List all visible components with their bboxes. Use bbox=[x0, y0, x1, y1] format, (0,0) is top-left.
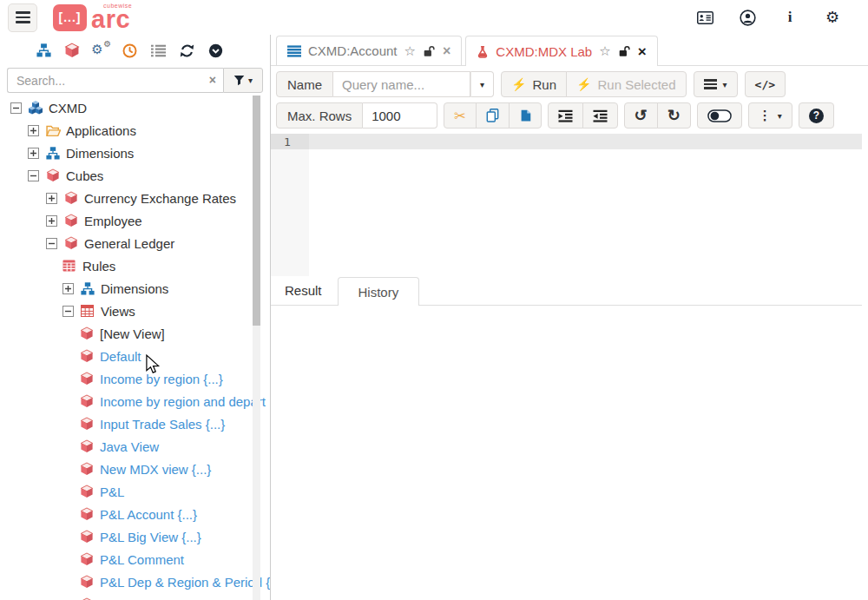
code-view-button[interactable]: </> bbox=[745, 71, 786, 97]
code-area[interactable] bbox=[309, 134, 862, 276]
help-button[interactable]: ? bbox=[799, 102, 834, 129]
tree-item[interactable]: P&L Comment bbox=[0, 548, 270, 570]
close-tab-icon[interactable]: × bbox=[443, 44, 450, 58]
tree-item[interactable]: P&L Big View {...} bbox=[0, 525, 270, 548]
tree-item-label: Input Trade Sales {...} bbox=[100, 417, 225, 432]
copy-button[interactable] bbox=[476, 102, 510, 129]
folder-icon bbox=[46, 123, 61, 138]
tree-item[interactable]: Default bbox=[0, 345, 270, 367]
list-icon[interactable] bbox=[150, 42, 168, 59]
indent-icon bbox=[558, 109, 573, 122]
cut-button[interactable]: ✂ bbox=[444, 102, 476, 129]
settings-gear-icon[interactable]: ⚙ bbox=[824, 9, 841, 26]
tree-item[interactable]: P&L bbox=[0, 480, 270, 503]
toggle-button[interactable] bbox=[697, 102, 742, 129]
tree-item[interactable]: Applications bbox=[0, 119, 270, 142]
tree-item[interactable]: Currency Exchange Rates bbox=[0, 187, 270, 209]
expand-expander-icon[interactable] bbox=[62, 283, 74, 294]
cube-icon bbox=[80, 462, 95, 477]
favorite-star-icon[interactable]: ☆ bbox=[404, 43, 416, 59]
filter-button[interactable]: ▾ bbox=[223, 68, 263, 93]
tree-item-label: Employee bbox=[84, 214, 142, 228]
tree-item[interactable]: Income by region and depart bbox=[0, 390, 270, 412]
collapse-expander-icon[interactable] bbox=[10, 102, 22, 114]
mdx-code-editor[interactable]: 1 bbox=[271, 134, 868, 276]
tree-item-label: Rules bbox=[82, 259, 115, 274]
tree-item[interactable]: [New View] bbox=[0, 322, 270, 345]
format-menu-button[interactable]: ▾ bbox=[694, 71, 738, 97]
lightning-icon: ⚡ bbox=[511, 77, 526, 91]
chores-clock-icon[interactable] bbox=[121, 42, 138, 59]
outdent-button[interactable] bbox=[582, 102, 618, 129]
lines-icon bbox=[704, 77, 717, 91]
collapse-expander-icon[interactable] bbox=[46, 238, 57, 249]
cube-icon bbox=[80, 372, 95, 386]
tree-item[interactable]: Java View bbox=[0, 435, 270, 458]
tab-result[interactable]: Result bbox=[285, 283, 331, 305]
collapse-expander-icon[interactable] bbox=[28, 170, 39, 181]
expand-expander-icon[interactable] bbox=[28, 125, 39, 136]
processes-icon[interactable]: ⚙ ⚙ bbox=[92, 43, 109, 58]
indent-group bbox=[548, 102, 618, 129]
menu-button[interactable] bbox=[8, 3, 37, 32]
outdent-icon bbox=[593, 109, 608, 122]
run-button[interactable]: ⚡ Run bbox=[501, 71, 567, 97]
paste-button[interactable] bbox=[509, 102, 542, 129]
tree-item[interactable]: Dimensions bbox=[0, 142, 270, 164]
max-rows-input[interactable] bbox=[363, 102, 437, 129]
tab-cxmd-account[interactable]: CXMD:Account ☆ × bbox=[276, 36, 462, 65]
favorite-star-icon[interactable]: ☆ bbox=[599, 43, 610, 59]
tree-item[interactable]: Input Trade Sales {...} bbox=[0, 412, 270, 435]
tree-item[interactable]: CXMD bbox=[0, 96, 270, 119]
main-panel: CXMD:Account ☆ × CXMD:MDX Lab ☆ × Name bbox=[271, 35, 868, 600]
cube-icon bbox=[80, 530, 95, 544]
query-name-input[interactable] bbox=[333, 71, 470, 97]
cubes-icon[interactable] bbox=[63, 42, 81, 59]
table-icon bbox=[81, 304, 95, 319]
info-icon[interactable]: i bbox=[781, 9, 799, 26]
tab-cxmd-mdx-lab[interactable]: CXMD:MDX Lab ☆ × bbox=[465, 36, 657, 66]
tree-scrollbar-thumb[interactable] bbox=[253, 96, 260, 326]
arc-logo: [...] cubewise arc bbox=[53, 3, 132, 32]
indent-button[interactable] bbox=[548, 102, 583, 129]
scissors-icon: ✂ bbox=[454, 108, 465, 124]
expand-expander-icon[interactable] bbox=[28, 148, 39, 159]
chevron-down-icon: ▾ bbox=[723, 80, 727, 89]
tree-item[interactable] bbox=[0, 593, 270, 600]
dimensions-icon[interactable] bbox=[35, 42, 52, 59]
tree-item[interactable]: Employee bbox=[0, 209, 270, 232]
search-input[interactable] bbox=[7, 68, 223, 93]
tree-item[interactable]: P&L Account {...} bbox=[0, 503, 270, 525]
contact-card-icon[interactable] bbox=[696, 9, 713, 26]
cube-icon bbox=[80, 597, 95, 600]
collapse-expander-icon[interactable] bbox=[62, 306, 74, 317]
clear-search-icon[interactable]: × bbox=[209, 72, 216, 88]
user-icon[interactable] bbox=[739, 9, 756, 26]
result-panel-body bbox=[271, 306, 868, 600]
tree-item[interactable]: P&L Dep & Region & Period { bbox=[0, 570, 270, 593]
cube-icon bbox=[80, 552, 95, 567]
toggle-icon bbox=[707, 109, 732, 122]
tree-item[interactable]: Income by region {...} bbox=[0, 367, 270, 390]
run-selected-button[interactable]: ⚡ Run Selected bbox=[566, 71, 687, 97]
tree-item[interactable]: New MDX view {...} bbox=[0, 458, 270, 480]
close-tab-icon[interactable]: × bbox=[638, 44, 647, 59]
tree-item-label: Dimensions bbox=[101, 281, 168, 296]
result-tabs: Result History bbox=[271, 276, 862, 306]
collapse-all-icon[interactable] bbox=[207, 42, 225, 59]
tree-item[interactable]: Dimensions bbox=[0, 277, 270, 300]
undo-button[interactable]: ↺ bbox=[624, 102, 658, 129]
expand-expander-icon[interactable] bbox=[46, 193, 57, 204]
redo-button[interactable]: ↻ bbox=[657, 102, 691, 129]
tree-item[interactable]: Views bbox=[0, 300, 270, 322]
query-dropdown-button[interactable]: ▾ bbox=[470, 71, 494, 97]
editor-toolbar: Max. Rows ✂ bbox=[271, 102, 868, 134]
query-toolbar: Name ▾ ⚡ Run ⚡ Run Selected ▾ bbox=[271, 66, 868, 102]
tree-item[interactable]: Rules bbox=[0, 254, 270, 277]
refresh-icon[interactable] bbox=[179, 42, 196, 59]
expand-expander-icon[interactable] bbox=[46, 215, 57, 227]
more-options-button[interactable]: ⋮ ▾ bbox=[748, 102, 792, 129]
tab-history[interactable]: History bbox=[338, 277, 420, 306]
tree-item[interactable]: General Ledger bbox=[0, 232, 270, 254]
tree-item[interactable]: Cubes bbox=[0, 164, 270, 187]
